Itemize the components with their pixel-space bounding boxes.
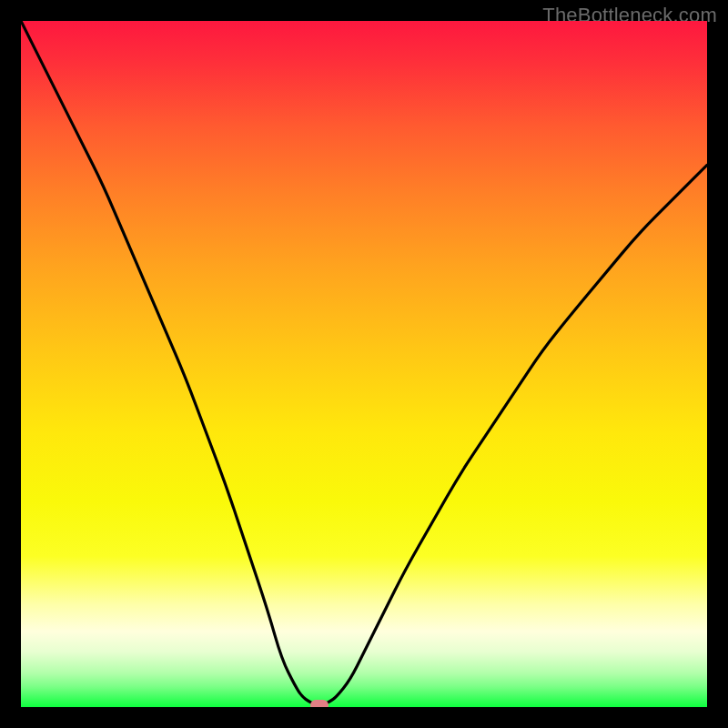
bottleneck-curve bbox=[21, 21, 707, 705]
chart-stage: TheBottleneck.com bbox=[0, 0, 728, 728]
minimum-marker bbox=[310, 700, 329, 707]
plot-area bbox=[21, 21, 707, 707]
curve-svg bbox=[21, 21, 707, 707]
